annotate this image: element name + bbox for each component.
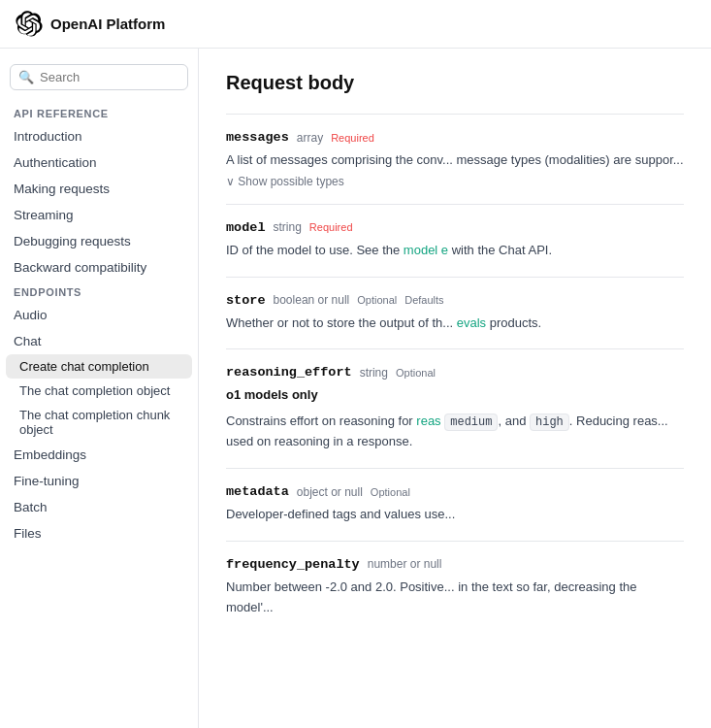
param-reasoning-effort-header: reasoning_effort string Optional <box>226 365 684 380</box>
param-reasoning-effort-desc: Constrains effort on reasoning for reas … <box>226 412 684 452</box>
param-metadata-header: metadata object or null Optional <box>226 484 684 499</box>
search-box[interactable]: 🔍 CTRL K <box>10 64 188 90</box>
param-messages-badge: Required <box>331 132 374 144</box>
param-model-type: string <box>274 220 302 234</box>
param-reasoning-effort-badge: Optional <box>396 367 436 379</box>
param-messages-name: messages <box>226 130 289 145</box>
param-reasoning-effort-type: string <box>360 366 388 380</box>
show-types-link[interactable]: ∨ Show possible types <box>226 175 344 188</box>
sidebar-item-files[interactable]: Files <box>0 520 198 546</box>
param-model-desc: ID of the model to use. See the model e … <box>226 241 684 261</box>
sidebar-item-authentication[interactable]: Authentication <box>0 149 198 176</box>
sidebar-item-batch[interactable]: Batch <box>0 494 198 520</box>
param-frequency-penalty-type: number or null <box>368 557 442 571</box>
reasoning-link[interactable]: reas <box>416 414 440 428</box>
param-model-badge: Required <box>309 221 353 233</box>
model-endpoint-link[interactable]: model e <box>404 243 448 257</box>
main-layout: 🔍 CTRL K API REFERENCE Introduction Auth… <box>0 49 711 728</box>
param-store-header: store boolean or null Optional Defaults <box>226 293 684 308</box>
param-model: model string Required ID of the model to… <box>226 204 684 277</box>
sidebar: 🔍 CTRL K API REFERENCE Introduction Auth… <box>0 49 199 728</box>
param-store-type: boolean or null <box>274 293 350 307</box>
section-title: Request body <box>226 72 684 94</box>
medium-code: medium <box>444 414 498 431</box>
sidebar-item-fine-tuning[interactable]: Fine-tuning <box>0 468 198 494</box>
sidebar-item-backward-compat[interactable]: Backward compatibility <box>0 254 198 281</box>
param-reasoning-effort-name: reasoning_effort <box>226 365 352 380</box>
search-icon: 🔍 <box>18 70 34 84</box>
param-model-name: model <box>226 220 266 235</box>
sidebar-item-audio[interactable]: Audio <box>0 302 198 328</box>
param-messages: messages array Required A list of messag… <box>226 114 684 204</box>
param-store-desc: Whether or not to store the output of th… <box>226 314 684 334</box>
param-store-badge: Optional <box>357 294 397 306</box>
sidebar-item-chat-completion-chunk[interactable]: The chat completion chunk object <box>0 403 198 442</box>
param-metadata: metadata object or null Optional Develop… <box>226 468 684 541</box>
param-messages-header: messages array Required <box>226 130 684 145</box>
logo-text: OpenAI Platform <box>50 16 165 32</box>
sidebar-item-create-chat-completion[interactable]: Create chat completion <box>6 354 192 379</box>
param-metadata-name: metadata <box>226 484 289 499</box>
evals-link[interactable]: evals <box>457 315 486 330</box>
param-metadata-badge: Optional <box>371 486 410 498</box>
param-messages-desc: A list of messages comprising the conv..… <box>226 150 684 171</box>
param-frequency-penalty: frequency_penalty number or null Number … <box>226 541 684 634</box>
content-area[interactable]: Request body messages array Required A l… <box>199 49 711 728</box>
openai-logo-icon <box>16 11 43 38</box>
topbar: OpenAI Platform <box>0 0 711 49</box>
sidebar-scroll[interactable]: 🔍 CTRL K API REFERENCE Introduction Auth… <box>0 49 198 728</box>
sidebar-item-debugging-requests[interactable]: Debugging requests <box>0 228 198 254</box>
param-frequency-penalty-desc: Number between -2.0 and 2.0. Positive...… <box>226 578 684 618</box>
param-frequency-penalty-header: frequency_penalty number or null <box>226 557 684 572</box>
sidebar-item-embeddings[interactable]: Embeddings <box>0 442 198 468</box>
param-store-defaults: Defaults <box>404 294 443 306</box>
param-reasoning-effort-o1: o1 models only <box>226 385 684 406</box>
api-reference-section-label: API REFERENCE <box>0 98 198 123</box>
o1-badge: o1 models only <box>226 387 318 402</box>
param-frequency-penalty-name: frequency_penalty <box>226 557 360 572</box>
search-input[interactable] <box>40 70 198 84</box>
sidebar-item-making-requests[interactable]: Making requests <box>0 176 198 202</box>
sidebar-item-streaming[interactable]: Streaming <box>0 202 198 228</box>
param-store-name: store <box>226 293 266 308</box>
logo-area: OpenAI Platform <box>16 11 165 38</box>
param-store: store boolean or null Optional Defaults … <box>226 277 684 349</box>
param-reasoning-effort: reasoning_effort string Optional o1 mode… <box>226 348 684 468</box>
sidebar-item-chat-completion-object[interactable]: The chat completion object <box>0 379 198 403</box>
sidebar-item-introduction[interactable]: Introduction <box>0 123 198 149</box>
param-messages-type: array <box>297 131 323 145</box>
sidebar-item-chat[interactable]: Chat <box>0 328 198 354</box>
param-metadata-type: object or null <box>297 485 363 499</box>
param-model-header: model string Required <box>226 220 684 235</box>
endpoints-section-label: ENDPOINTS <box>0 281 198 302</box>
high-code: high <box>530 414 569 431</box>
param-metadata-desc: Developer-defined tags and values use... <box>226 505 684 525</box>
